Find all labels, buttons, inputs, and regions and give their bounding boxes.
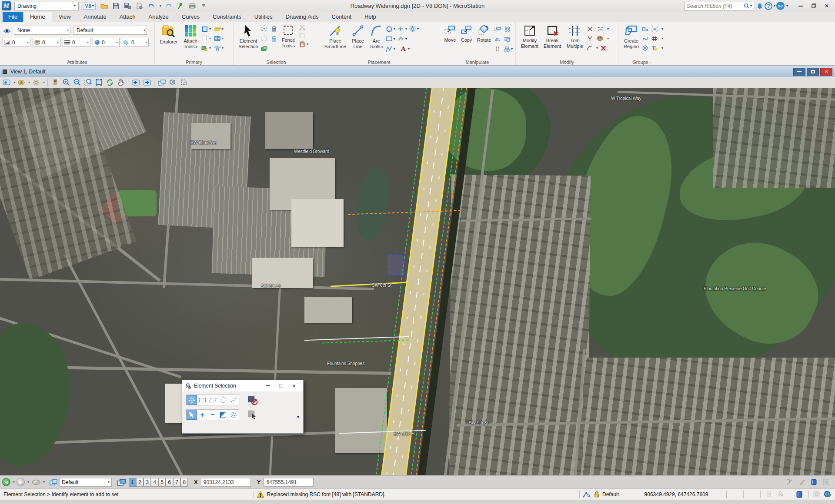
tab-attach[interactable]: Attach xyxy=(113,12,142,22)
save-button[interactable] xyxy=(112,2,120,10)
view-toggle-3[interactable]: 3 xyxy=(144,478,151,487)
select-all-button[interactable] xyxy=(261,25,268,32)
window-minimize-button[interactable] xyxy=(794,1,807,10)
trim-to-element-button[interactable] xyxy=(586,35,594,42)
view-next-button[interactable] xyxy=(142,78,151,87)
notifications-button[interactable] xyxy=(756,2,764,10)
view-toggle-1[interactable]: 1 xyxy=(129,478,136,487)
view-history-button[interactable] xyxy=(32,478,40,487)
back-dropdown-icon[interactable]: ▾ xyxy=(13,481,15,484)
arrange-button[interactable] xyxy=(503,46,510,52)
view-attributes-button[interactable] xyxy=(31,78,41,87)
message-center-button[interactable]: Replaced missing RSC font [48] with [STA… xyxy=(257,491,386,498)
models-button[interactable] xyxy=(201,26,208,32)
named-groups-button[interactable] xyxy=(214,45,221,51)
search-ribbon-input[interactable] xyxy=(687,3,744,9)
element-template-icon[interactable] xyxy=(3,27,11,33)
version-badge[interactable]: V8▾ xyxy=(83,3,96,10)
redo-button[interactable] xyxy=(164,2,173,10)
undo-dropdown-icon[interactable]: ▾ xyxy=(160,4,161,8)
map-selected-element[interactable] xyxy=(387,255,404,275)
stretch-button[interactable] xyxy=(494,46,501,52)
view-minimize-button[interactable] xyxy=(793,68,805,76)
mode-select-all-button[interactable] xyxy=(228,410,239,420)
associative-region-button[interactable] xyxy=(651,45,658,51)
view-toggle-8[interactable]: 8 xyxy=(180,478,188,487)
tab-file[interactable]: File xyxy=(3,12,23,22)
fillet-button[interactable] xyxy=(586,45,594,51)
design-history-icon[interactable] xyxy=(796,491,802,498)
view-previous-button[interactable] xyxy=(131,78,140,87)
back-button[interactable]: ◀ xyxy=(2,478,10,486)
active-line-weight-combo[interactable]: 0▾ xyxy=(63,38,90,47)
copy-view-button[interactable] xyxy=(157,78,167,87)
group-hole-button[interactable] xyxy=(641,26,649,32)
forward-button[interactable]: ▶ xyxy=(17,478,25,486)
element-selection-dialog[interactable]: Element Selection × xyxy=(182,380,304,434)
pattern-tools-button[interactable] xyxy=(409,26,416,32)
active-priority-combo[interactable]: 0▾ xyxy=(122,38,149,47)
paste-button[interactable] xyxy=(298,41,306,47)
search-ribbon-box[interactable]: ▾ xyxy=(685,2,754,10)
locks-icon[interactable] xyxy=(594,491,600,497)
levels-button[interactable] xyxy=(214,26,221,32)
dialog-close-button[interactable]: × xyxy=(287,381,301,390)
geographic-coordinate-icon[interactable] xyxy=(824,491,832,498)
view-toggle-4[interactable]: 4 xyxy=(151,478,158,487)
save-settings-button[interactable] xyxy=(124,2,132,10)
sheet-button[interactable] xyxy=(201,35,208,42)
element-selection-button[interactable]: Element Selection xyxy=(236,24,261,50)
file-properties-button[interactable] xyxy=(135,2,144,10)
view-toggle-7[interactable]: 7 xyxy=(173,478,180,487)
tab-utilities[interactable]: Utilities xyxy=(248,12,279,22)
dgn-index-icon[interactable] xyxy=(813,491,820,497)
search-scope-dropdown-icon[interactable]: ▾ xyxy=(750,4,752,8)
tab-constraints[interactable]: Constraints xyxy=(206,12,248,22)
dialog-maximize-button[interactable] xyxy=(274,381,287,390)
forward-dropdown-icon[interactable]: ▾ xyxy=(27,481,29,484)
database-icon[interactable] xyxy=(811,479,817,485)
modify-element-button[interactable]: Modify Element xyxy=(518,24,541,50)
method-line-button[interactable] xyxy=(228,395,239,405)
help-button[interactable]: ? xyxy=(765,2,772,10)
open-file-button[interactable] xyxy=(100,2,109,10)
break-element-button[interactable]: Break Element xyxy=(541,24,564,50)
tab-analyze[interactable]: Analyze xyxy=(142,12,175,22)
explorer-button[interactable]: Explorer xyxy=(157,24,180,46)
trim-multiple-button[interactable]: Trim Multiple xyxy=(564,24,586,50)
mode-new-button[interactable] xyxy=(187,410,197,420)
view-window-title-bar[interactable]: View 1, Default × xyxy=(0,66,835,77)
snap-mode-icon[interactable] xyxy=(582,491,590,498)
place-line-button[interactable]: Place Line xyxy=(349,24,367,50)
view-group-selector[interactable]: Default▾ xyxy=(60,478,112,487)
attach-tools-button[interactable]: Attach Tools▾ xyxy=(180,24,201,50)
pencil-icon[interactable] xyxy=(799,479,805,485)
text-tools-button[interactable]: A xyxy=(400,46,407,52)
unlock-element-button[interactable] xyxy=(270,35,277,42)
active-style-combo[interactable]: Default▾ xyxy=(73,26,147,35)
view-toggle-6[interactable]: 6 xyxy=(166,478,173,487)
arc-tools-button[interactable]: Arc Tools▾ xyxy=(367,24,385,50)
mode-subtract-button[interactable]: − xyxy=(207,410,218,420)
fit-view-button[interactable] xyxy=(94,78,104,87)
dialog-expand-icon[interactable]: ▾ xyxy=(297,415,299,420)
tab-view[interactable]: View xyxy=(52,12,77,22)
toolbox-icon[interactable] xyxy=(778,491,785,497)
multiline-tools-button[interactable] xyxy=(397,36,404,42)
complex-shape-button[interactable] xyxy=(641,45,649,51)
hatch-area-button[interactable] xyxy=(651,35,658,42)
dialog-launcher-icon[interactable]: ⌐ xyxy=(649,60,651,65)
tab-drawing-aids[interactable]: Drawing Aids xyxy=(279,12,325,22)
annotation-scale-icon[interactable] xyxy=(786,479,793,485)
tab-help[interactable]: Help xyxy=(358,12,383,22)
move-button[interactable]: Move xyxy=(442,24,458,44)
clip-volume-button[interactable] xyxy=(168,78,177,87)
change-attributes-button[interactable] xyxy=(596,35,604,42)
rotate-button[interactable]: Rotate xyxy=(474,24,494,44)
tab-home[interactable]: Home xyxy=(23,12,52,22)
extend-button[interactable] xyxy=(596,26,604,32)
active-line-style-combo[interactable]: 0▾ xyxy=(33,38,60,47)
curve-tools-button[interactable] xyxy=(385,46,393,52)
copy-clipboard-button[interactable] xyxy=(298,32,306,39)
dialog-title-bar[interactable]: Element Selection × xyxy=(182,380,303,391)
